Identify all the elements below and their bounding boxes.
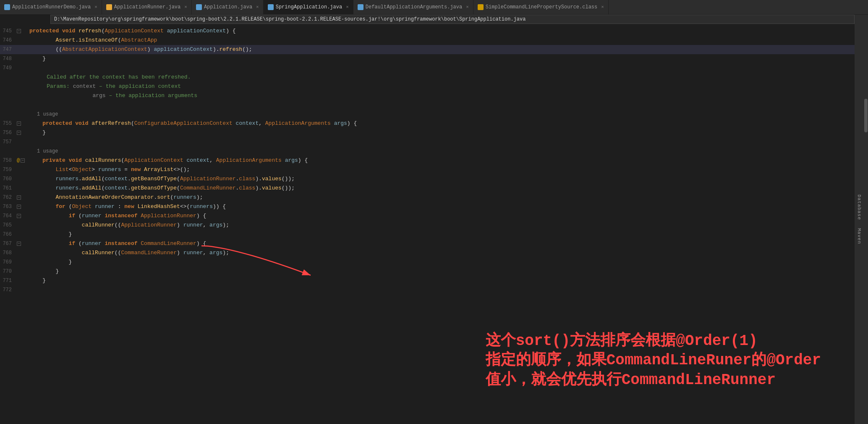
annotation-line3: 值小，就会优先执行CommandLineRunner — [486, 371, 776, 389]
fold-icon-767[interactable]: − — [17, 242, 21, 246]
maven-panel-label[interactable]: Maven — [857, 228, 862, 244]
fold-icon-762[interactable]: − — [17, 195, 21, 200]
fold-icon-756[interactable]: − — [17, 131, 21, 135]
gutter-icons-755: − — [17, 121, 29, 126]
annotation-line1: 这个sort()方法排序会根据@Order(1) — [486, 332, 758, 350]
code-text-762: AnnotationAwareOrderComparator.sort(runn… — [29, 193, 855, 202]
code-line-769: 769 } — [0, 258, 855, 267]
code-line-748: 748 } — [0, 54, 855, 63]
tab-close-ApplicationRunner[interactable]: × — [184, 5, 187, 10]
code-line-768: 768 callRunner((CommandLineRunner) runne… — [0, 248, 855, 258]
code-line-749: 749 — [0, 63, 855, 73]
gutter-icons-764: − — [17, 214, 29, 218]
code-text-760: runners.addAll(context.getBeansOfType(Ap… — [29, 174, 855, 184]
fold-icon-755[interactable]: − — [17, 121, 21, 126]
line-number-747: 747 — [0, 45, 17, 54]
vertical-scrollbar[interactable] — [864, 15, 868, 424]
tab-label-DefaultApplicationArguments: DefaultApplicationArguments.java — [366, 4, 462, 10]
line-number-770: 770 — [0, 267, 17, 276]
tab-close-ApplicationRunnerDemo[interactable]: × — [94, 5, 97, 10]
code-line-doc3: args – the application arguments — [0, 91, 855, 100]
code-line-762: 762 − AnnotationAwareOrderComparator.sor… — [0, 193, 855, 202]
code-line-765: 765 callRunner((ApplicationRunner) runne… — [0, 221, 855, 230]
tab-close-SimpleCommandLinePropertySource[interactable]: × — [601, 5, 604, 10]
doc-comment-params: Params: context – the application contex… — [34, 82, 855, 91]
code-line-771: 771 } — [0, 276, 855, 285]
code-text-761: runners.addAll(context.getBeansOfType(Co… — [29, 184, 855, 193]
line-number-760: 760 — [0, 174, 17, 184]
code-line-747: 747 ((AbstractApplicationContext) applic… — [0, 45, 855, 54]
line-number-765: 765 — [0, 221, 17, 230]
line-number-748: 748 — [0, 54, 17, 63]
tab-SpringApplication[interactable]: SpringApplication.java × — [264, 0, 353, 15]
doc-comment-args: args – the application arguments — [34, 91, 855, 100]
breadcrumb-tooltip: D:\MavenRepository\org\springframework\b… — [50, 15, 855, 24]
code-text-766: } — [29, 230, 855, 239]
line-number-746: 746 — [0, 36, 17, 45]
annotation-text: 这个sort()方法排序会根据@Order(1) 指定的顺序，如果Command… — [486, 332, 821, 390]
code-line-usage1: 1 usage — [0, 110, 855, 119]
code-line-772: 772 — [0, 285, 855, 295]
code-text-745: protected void refresh(ApplicationContex… — [29, 26, 855, 36]
line-number-756: 756 — [0, 128, 17, 137]
line-number-766: 766 — [0, 230, 17, 239]
tab-close-SpringApplication[interactable]: × — [346, 5, 349, 10]
code-text-769: } — [29, 258, 855, 267]
code-text-763: for (Object runner : new LinkedHashSet<>… — [29, 202, 855, 211]
code-line-746: 746 Assert.isInstanceOf(AbstractApp — [0, 36, 855, 45]
code-text-748: } — [29, 54, 855, 63]
gutter-icons-767: − — [17, 242, 29, 246]
fold-icon-764[interactable]: − — [17, 214, 21, 218]
tab-label-Application: Application.java — [204, 4, 252, 10]
code-line-759: 759 List<Object> runners = new ArrayList… — [0, 165, 855, 174]
code-line-767: 767 − if (runner instanceof CommandLineR… — [0, 239, 855, 248]
code-line-usage2: 1 usage — [0, 147, 855, 156]
line-number-758: 758 — [0, 156, 17, 165]
tab-close-Application[interactable]: × — [256, 5, 259, 10]
usage-label-1: 1 usage — [34, 110, 58, 119]
line-number-755: 755 — [0, 119, 17, 128]
code-text-746: Assert.isInstanceOf(AbstractApp — [29, 36, 855, 45]
code-line-756: 756 − } — [0, 128, 855, 137]
code-text-768: callRunner((CommandLineRunner) runner, a… — [29, 248, 855, 258]
code-line-766: 766 } — [0, 230, 855, 239]
code-text-765: callRunner((ApplicationRunner) runner, a… — [29, 221, 855, 230]
line-number-757: 757 — [0, 137, 17, 147]
line-number-764: 764 — [0, 211, 17, 221]
tab-ApplicationRunner[interactable]: ApplicationRunner.java × — [102, 0, 192, 15]
fold-icon-758[interactable]: − — [21, 158, 25, 163]
code-editor[interactable]: D:\MavenRepository\org\springframework\b… — [0, 15, 855, 424]
code-text-747: ((AbstractApplicationContext) applicatio… — [29, 45, 855, 54]
tab-close-DefaultApplicationArguments[interactable]: × — [466, 5, 469, 10]
tab-label-SpringApplication: SpringApplication.java — [276, 4, 342, 10]
line-number-745: 745 — [0, 26, 17, 36]
annotation-line2: 指定的顺序，如果CommandLineRuner的@Order — [486, 352, 821, 369]
tab-bar: ApplicationRunnerDemo.java × Application… — [0, 0, 868, 15]
tab-label-ApplicationRunnerDemo: ApplicationRunnerDemo.java — [12, 4, 91, 10]
code-line-doc2: Params: context – the application contex… — [0, 82, 855, 91]
code-line-757: 757 — [0, 137, 855, 147]
code-text-759: List<Object> runners = new ArrayList<>()… — [29, 165, 855, 174]
line-number-761: 761 — [0, 184, 17, 193]
tab-icon-simple — [478, 4, 484, 10]
fold-icon-745[interactable]: − — [17, 29, 21, 33]
line-number-771: 771 — [0, 276, 17, 285]
code-text-764: if (runner instanceof ApplicationRunner)… — [29, 211, 855, 221]
code-text-771: } — [29, 276, 855, 285]
tab-DefaultApplicationArguments[interactable]: DefaultApplicationArguments.java × — [353, 0, 473, 15]
fold-icon-763[interactable]: − — [17, 205, 21, 209]
side-panel-right: Database Maven — [855, 15, 864, 424]
database-panel-label[interactable]: Database — [857, 195, 862, 220]
gutter-icons-763: − — [17, 205, 29, 209]
tab-ApplicationRunnerDemo[interactable]: ApplicationRunnerDemo.java × — [0, 0, 102, 15]
code-line-761: 761 runners.addAll(context.getBeansOfTyp… — [0, 184, 855, 193]
tab-Application[interactable]: Application.java × — [192, 0, 264, 15]
code-text-755: protected void afterRefresh(Configurable… — [29, 119, 855, 128]
tab-icon-java — [4, 4, 10, 10]
tab-SimpleCommandLinePropertySource[interactable]: SimpleCommandLinePropertySource.class × — [473, 0, 609, 15]
code-text-756: } — [29, 128, 855, 137]
line-number-772: 772 — [0, 285, 17, 295]
code-line-745: 745 − protected void refresh(Application… — [0, 26, 855, 36]
code-line-763: 763 − for (Object runner : new LinkedHas… — [0, 202, 855, 211]
scrollbar-thumb[interactable] — [864, 99, 868, 132]
